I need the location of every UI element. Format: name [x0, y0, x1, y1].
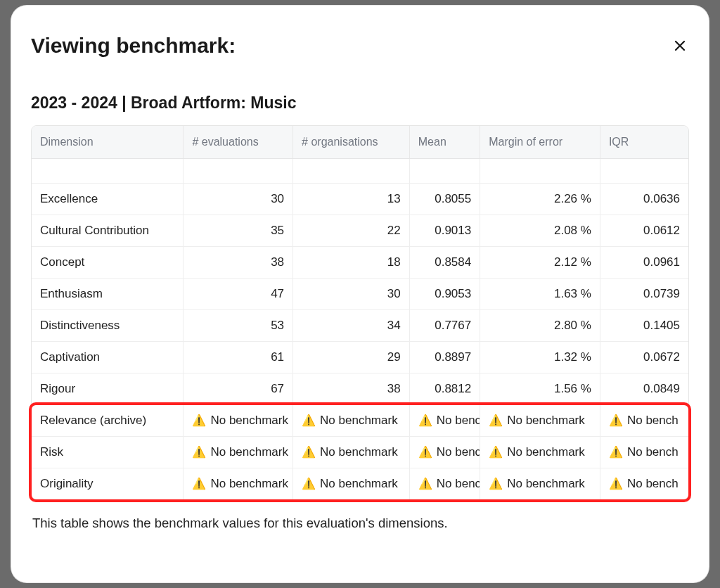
cell-mean: 0.8584 — [409, 247, 480, 279]
col-dimension[interactable]: Dimension — [32, 126, 184, 159]
warning-icon: ⚠️ — [609, 447, 623, 458]
warning-icon: ⚠️ — [418, 478, 432, 490]
cell-moe: 1.56 % — [480, 373, 600, 405]
table-row: Excellence30130.80552.26 %0.0636 — [32, 184, 688, 215]
table-row — [32, 159, 688, 184]
cell-evaluations: 61 — [184, 342, 293, 373]
cell-evaluations: 30 — [184, 184, 293, 215]
table-caption: This table shows the benchmark values fo… — [32, 516, 688, 531]
table-row: Rigour67380.88121.56 %0.0849 — [32, 373, 688, 405]
benchmark-table-container: Dimension # evaluations # organisations … — [31, 125, 689, 500]
warning-icon: ⚠️ — [609, 415, 623, 426]
cell-iqr: 0.0636 — [600, 184, 688, 215]
cell-dimension: Originality — [32, 468, 184, 500]
cell-mean: ⚠️No bench — [409, 405, 480, 437]
close-icon — [674, 39, 686, 52]
table-header: Dimension # evaluations # organisations … — [32, 126, 688, 159]
cell-iqr: 0.0739 — [600, 279, 688, 310]
cell-iqr: 0.0961 — [600, 247, 688, 279]
table-row: Cultural Contribution35220.90132.08 %0.0… — [32, 215, 688, 247]
cell-evaluations: 67 — [184, 373, 293, 405]
no-benchmark-label: No benchmark — [210, 445, 288, 459]
cell-dimension: Rigour — [32, 373, 184, 405]
no-benchmark-label: No bench — [627, 477, 679, 491]
cell-iqr: 0.0849 — [600, 373, 688, 405]
cell-iqr: ⚠️No bench — [600, 468, 688, 500]
col-moe[interactable]: Margin of error — [480, 126, 600, 159]
benchmark-modal: Viewing benchmark: 2023 - 2024 | Broad A… — [11, 6, 709, 582]
no-benchmark-label: No bench — [627, 445, 679, 459]
cell-mean: 0.8897 — [409, 342, 480, 373]
cell-evaluations: ⚠️No benchmark — [184, 468, 293, 500]
cell-mean: ⚠️No bench — [409, 468, 480, 500]
cell-iqr: ⚠️No bench — [600, 437, 688, 468]
warning-icon: ⚠️ — [489, 478, 503, 490]
col-iqr[interactable]: IQR — [600, 126, 688, 159]
cell-organisations: ⚠️No benchmark — [293, 468, 410, 500]
close-button[interactable] — [668, 34, 692, 60]
cell-moe: ⚠️No benchmark — [480, 437, 600, 468]
warning-icon: ⚠️ — [489, 447, 503, 458]
table-row: Enthusiasm47300.90531.63 %0.0739 — [32, 279, 688, 310]
cell-mean: 0.8055 — [409, 184, 480, 215]
no-benchmark-label: No bench — [437, 445, 480, 459]
no-benchmark-label: No bench — [437, 414, 480, 428]
table-row: Captivation61290.88971.32 %0.0672 — [32, 342, 688, 373]
table-body: Excellence30130.80552.26 %0.0636Cultural… — [32, 159, 688, 500]
cell-evaluations: 47 — [184, 279, 293, 310]
warning-icon: ⚠️ — [302, 447, 316, 458]
warning-icon: ⚠️ — [609, 478, 623, 490]
cell-organisations: 18 — [293, 247, 410, 279]
cell-organisations: 22 — [293, 215, 410, 247]
benchmark-subheading: 2023 - 2024 | Broad Artform: Music — [31, 94, 689, 113]
cell-moe: 2.12 % — [480, 247, 600, 279]
cell-mean: 0.7767 — [409, 310, 480, 342]
cell-organisations: ⚠️No benchmark — [293, 437, 410, 468]
warning-icon: ⚠️ — [418, 447, 432, 458]
cell-mean: 0.8812 — [409, 373, 480, 405]
cell-organisations: 29 — [293, 342, 410, 373]
col-mean[interactable]: Mean — [409, 126, 480, 159]
cell-moe: ⚠️No benchmark — [480, 405, 600, 437]
no-benchmark-label: No benchmark — [320, 414, 398, 428]
no-benchmark-label: No benchmark — [507, 414, 585, 428]
benchmark-table: Dimension # evaluations # organisations … — [32, 126, 688, 499]
warning-icon: ⚠️ — [302, 478, 316, 490]
no-benchmark-label: No benchmark — [320, 477, 398, 491]
cell-iqr: 0.0672 — [600, 342, 688, 373]
cell-mean: 0.9013 — [409, 215, 480, 247]
warning-icon: ⚠️ — [418, 415, 432, 426]
cell-evaluations: ⚠️No benchmark — [184, 405, 293, 437]
modal-backdrop: Viewing benchmark: 2023 - 2024 | Broad A… — [0, 0, 720, 588]
cell-moe: 2.08 % — [480, 215, 600, 247]
cell-dimension: Relevance (archive) — [32, 405, 184, 437]
cell-mean: 0.9053 — [409, 279, 480, 310]
cell-moe: 2.26 % — [480, 184, 600, 215]
cell-organisations: 30 — [293, 279, 410, 310]
cell-dimension: Cultural Contribution — [32, 215, 184, 247]
cell-evaluations: ⚠️No benchmark — [184, 437, 293, 468]
cell-organisations: 34 — [293, 310, 410, 342]
no-benchmark-label: No benchmark — [210, 414, 288, 428]
warning-icon: ⚠️ — [192, 447, 206, 458]
cell-organisations: ⚠️No benchmark — [293, 405, 410, 437]
cell-moe: ⚠️No benchmark — [480, 468, 600, 500]
cell-evaluations: 35 — [184, 215, 293, 247]
col-organisations[interactable]: # organisations — [293, 126, 410, 159]
table-row-no-benchmark: Risk⚠️No benchmark⚠️No benchmark⚠️No ben… — [32, 437, 688, 468]
cell-dimension: Enthusiasm — [32, 279, 184, 310]
cell-iqr: ⚠️No bench — [600, 405, 688, 437]
cell-iqr: 0.1405 — [600, 310, 688, 342]
table-row: Concept38180.85842.12 %0.0961 — [32, 247, 688, 279]
cell-evaluations: 53 — [184, 310, 293, 342]
cell-moe: 2.80 % — [480, 310, 600, 342]
no-benchmark-label: No bench — [627, 414, 679, 428]
modal-title: Viewing benchmark: — [31, 34, 236, 58]
table-row: Distinctiveness53340.77672.80 %0.1405 — [32, 310, 688, 342]
cell-dimension: Distinctiveness — [32, 310, 184, 342]
cell-organisations: 13 — [293, 184, 410, 215]
warning-icon: ⚠️ — [192, 478, 206, 490]
table-row-no-benchmark: Originality⚠️No benchmark⚠️No benchmark⚠… — [32, 468, 688, 500]
warning-icon: ⚠️ — [192, 415, 206, 426]
col-evaluations[interactable]: # evaluations — [184, 126, 293, 159]
